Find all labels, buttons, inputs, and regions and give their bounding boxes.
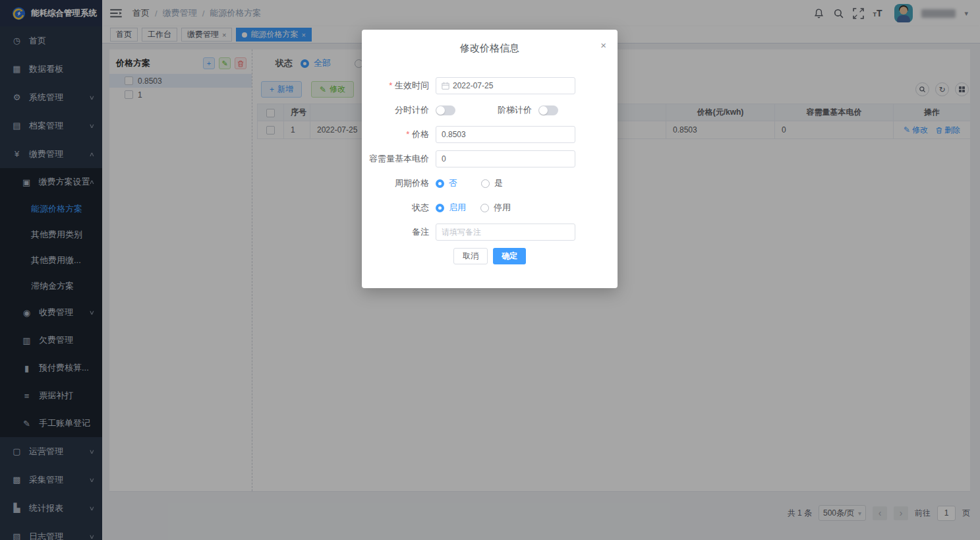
price-label: 价格 xyxy=(362,129,436,140)
ladder-label: 阶梯计价 xyxy=(498,104,532,116)
capacity-price-label: 容需量基本电价 xyxy=(362,153,436,165)
ladder-toggle[interactable] xyxy=(538,105,558,115)
cycle-price-no-radio[interactable] xyxy=(436,179,444,188)
status-enable-label[interactable]: 启用 xyxy=(449,202,466,214)
remark-input[interactable] xyxy=(442,227,569,237)
capacity-price-input[interactable] xyxy=(442,154,569,164)
calendar-icon xyxy=(442,82,449,90)
edit-price-dialog: 修改价格信息 × 生效时间 分时计价 阶梯计价 价格 xyxy=(362,30,618,288)
capacity-price-field[interactable] xyxy=(436,150,575,167)
effective-date-field[interactable] xyxy=(436,77,575,94)
cycle-price-yes-radio[interactable] xyxy=(481,179,490,188)
price-field[interactable] xyxy=(436,126,575,143)
confirm-button[interactable]: 确定 xyxy=(493,248,526,264)
price-input[interactable] xyxy=(442,130,569,139)
dialog-title: 修改价格信息 xyxy=(362,30,618,55)
effective-date-input[interactable] xyxy=(453,81,569,90)
cycle-price-yes-label[interactable]: 是 xyxy=(494,177,503,189)
cycle-price-no-label[interactable]: 否 xyxy=(449,177,457,189)
cancel-button[interactable]: 取消 xyxy=(453,248,488,264)
status-disable-radio[interactable] xyxy=(480,204,489,212)
remark-label: 备注 xyxy=(362,226,436,238)
time-share-label: 分时计价 xyxy=(362,104,436,116)
dialog-close-icon[interactable]: × xyxy=(600,40,606,50)
time-share-toggle[interactable] xyxy=(436,105,455,115)
status-label: 状态 xyxy=(362,202,436,214)
cycle-price-label: 周期价格 xyxy=(362,177,436,189)
status-disable-label[interactable]: 停用 xyxy=(494,202,511,214)
status-enable-radio[interactable] xyxy=(436,204,444,212)
effective-date-label: 生效时间 xyxy=(362,80,436,92)
dialog-form: 生效时间 分时计价 阶梯计价 价格 容需量基本电价 xyxy=(362,77,618,264)
remark-field[interactable] xyxy=(436,224,575,241)
